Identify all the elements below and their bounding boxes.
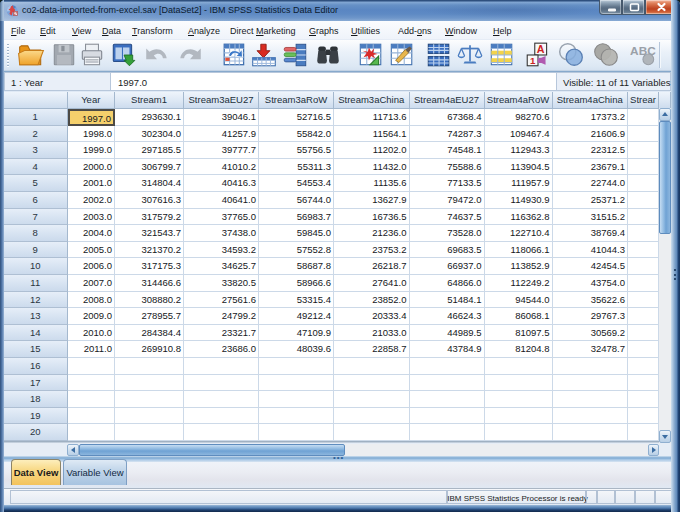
svg-text:A: A [537, 43, 545, 55]
svg-text:1: 1 [530, 55, 536, 66]
